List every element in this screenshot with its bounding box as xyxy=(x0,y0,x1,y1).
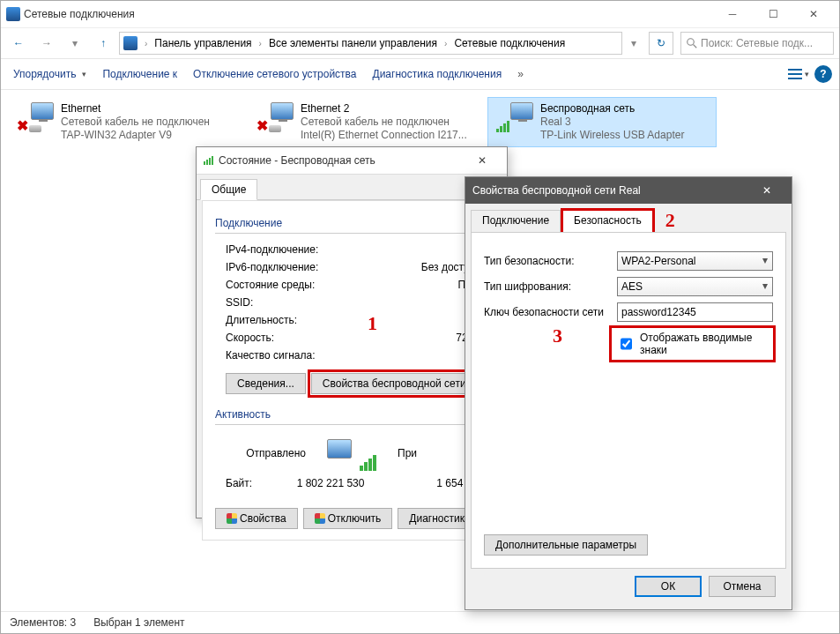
status-selection: Выбран 1 элемент xyxy=(93,616,184,629)
tab-general[interactable]: Общие xyxy=(200,179,257,200)
security-type-select[interactable]: WPA2-Personal xyxy=(617,251,773,271)
advanced-settings-button[interactable]: Дополнительные параметры xyxy=(484,534,648,556)
search-input[interactable]: Поиск: Сетевые подк... xyxy=(680,32,834,55)
svg-line-1 xyxy=(694,45,697,48)
signal-label: Качество сигнала: xyxy=(226,347,488,364)
status-dialog-close[interactable]: ✕ xyxy=(465,147,500,174)
maximize-button[interactable]: ☐ xyxy=(753,1,793,27)
svg-rect-2 xyxy=(788,69,802,71)
ipv6-label: IPv6-подключение: xyxy=(226,258,391,276)
group-connection: Подключение xyxy=(215,217,488,229)
connect-to-cmd[interactable]: Подключение к xyxy=(97,64,182,84)
ipv4-label: IPv4-подключение: xyxy=(226,241,391,258)
adapter-name: Ethernet xyxy=(61,102,210,116)
media-label: Состояние среды: xyxy=(226,276,391,294)
bytes-sent: 1 802 221 530 xyxy=(252,474,409,492)
security-tab-body: Тип безопасности: WPA2-Personal Тип шифр… xyxy=(471,232,786,569)
props-tabs: Подключение Безопасность 2 xyxy=(471,209,786,232)
security-key-input[interactable] xyxy=(617,302,773,322)
adapter-status: Сетевой кабель не подключен xyxy=(301,116,467,129)
annotation-2: 2 xyxy=(665,209,675,232)
svg-point-0 xyxy=(688,39,695,46)
ssid-label: SSID: xyxy=(226,294,391,311)
nav-row: ← → ▾ ↑ › Панель управления › Все элемен… xyxy=(1,28,839,59)
show-characters-label: Отображать вводимые знаки xyxy=(640,332,768,356)
breadcrumb-item[interactable]: Сетевые подключения xyxy=(450,35,569,51)
minimize-button[interactable]: ─ xyxy=(712,1,753,27)
adapter-icon: ✖ xyxy=(256,102,294,132)
adapter-device: TAP-WIN32 Adapter V9 xyxy=(61,129,210,142)
signal-icon xyxy=(204,156,213,165)
svg-rect-3 xyxy=(788,73,802,75)
tab-security[interactable]: Безопасность xyxy=(562,210,653,233)
details-button[interactable]: Сведения... xyxy=(226,373,306,394)
adapter-item[interactable]: ✖ Ethernet Сетевой кабель не подключен T… xyxy=(8,97,237,147)
status-tabs: Общие xyxy=(197,175,507,200)
status-element-count: Элементов: 3 xyxy=(10,616,76,629)
organize-menu[interactable]: Упорядочить xyxy=(8,64,92,84)
props-dialog-buttons: ОК Отмена xyxy=(471,569,786,604)
speed-label: Скорость: xyxy=(226,329,391,347)
status-bar: Элементов: 3 Выбран 1 элемент xyxy=(1,611,839,633)
adapter-status: Сетевой кабель не подключен xyxy=(61,116,210,129)
adapter-status: Real 3 xyxy=(540,116,684,129)
bytes-label: Байт: xyxy=(226,474,252,492)
disable-button[interactable]: Отключить xyxy=(303,508,393,529)
window-title: Сетевые подключения xyxy=(24,8,712,20)
command-bar: Упорядочить Подключение к Отключение сет… xyxy=(1,59,839,90)
annotation-1: 1 xyxy=(368,312,377,335)
breadcrumb-icon xyxy=(123,36,138,50)
close-button[interactable]: ✕ xyxy=(793,1,834,27)
help-button[interactable]: ? xyxy=(814,65,832,83)
up-button[interactable]: ↑ xyxy=(91,31,115,56)
breadcrumb-dropdown[interactable]: ▾ xyxy=(626,31,642,56)
status-dialog-titlebar: Состояние - Беспроводная сеть ✕ xyxy=(197,147,507,175)
search-placeholder: Поиск: Сетевые подк... xyxy=(701,37,813,49)
status-dialog-body: Подключение IPv4-подключение:Инте IPv6-п… xyxy=(202,200,502,541)
wifi-properties-dialog: Свойства беспроводной сети Real ✕ Подклю… xyxy=(465,176,792,610)
breadcrumb-item[interactable]: Панель управления xyxy=(151,35,255,51)
encryption-select[interactable]: AES xyxy=(617,277,773,296)
disable-device-cmd[interactable]: Отключение сетевого устройства xyxy=(188,64,361,84)
show-characters-checkbox[interactable] xyxy=(621,338,632,350)
adapter-icon xyxy=(496,102,533,132)
shield-icon xyxy=(315,513,325,524)
props-dialog-titlebar: Свойства беспроводной сети Real ✕ xyxy=(465,177,792,204)
wireless-properties-button[interactable]: Свойства беспроводной сети xyxy=(311,373,478,394)
status-dialog-title: Состояние - Беспроводная сеть xyxy=(219,154,465,167)
properties-button[interactable]: Свойства xyxy=(215,508,298,529)
props-dialog-close[interactable]: ✕ xyxy=(749,177,784,204)
duration-label: Длительность: xyxy=(226,311,391,329)
shield-icon xyxy=(227,513,237,524)
adapter-item-selected[interactable]: Беспроводная сеть Real 3 TP-Link Wireles… xyxy=(487,97,717,147)
wifi-status-dialog: Состояние - Беспроводная сеть ✕ Общие По… xyxy=(196,146,508,518)
back-button[interactable]: ← xyxy=(6,31,31,56)
main-titlebar: Сетевые подключения ─ ☐ ✕ xyxy=(1,1,839,28)
group-activity: Активность xyxy=(215,408,488,421)
tab-connection[interactable]: Подключение xyxy=(471,210,561,233)
breadcrumb-item[interactable]: Все элементы панели управления xyxy=(265,35,441,51)
sent-label: Отправлено xyxy=(226,447,306,459)
history-dropdown[interactable]: ▾ xyxy=(63,31,87,56)
adapter-item[interactable]: ✖ Ethernet 2 Сетевой кабель не подключен… xyxy=(248,97,477,147)
adapter-icon: ✖ xyxy=(17,102,54,132)
adapter-name: Беспроводная сеть xyxy=(540,102,684,116)
breadcrumb[interactable]: › Панель управления › Все элементы панел… xyxy=(119,32,622,55)
props-dialog-title: Свойства беспроводной сети Real xyxy=(472,184,749,197)
view-options-button[interactable] xyxy=(788,63,809,85)
forward-button[interactable]: → xyxy=(34,31,59,56)
refresh-button[interactable]: ↻ xyxy=(649,32,673,55)
security-key-label: Ключ безопасности сети xyxy=(484,306,612,318)
svg-rect-4 xyxy=(788,78,802,79)
ok-button[interactable]: ОК xyxy=(635,576,702,597)
rename-chevron[interactable]: » xyxy=(512,64,529,84)
search-icon xyxy=(687,38,697,48)
show-characters-row[interactable]: Отображать вводимые знаки xyxy=(612,328,773,360)
encryption-label: Тип шифрования: xyxy=(484,280,612,293)
cancel-button[interactable]: Отмена xyxy=(709,576,776,597)
diagnose-cmd[interactable]: Диагностика подключения xyxy=(368,64,508,84)
window-icon xyxy=(6,7,20,21)
activity-icon xyxy=(327,436,376,471)
adapter-device: Intel(R) Ethernet Connection I217... xyxy=(301,129,467,142)
security-type-label: Тип безопасности: xyxy=(484,255,612,267)
